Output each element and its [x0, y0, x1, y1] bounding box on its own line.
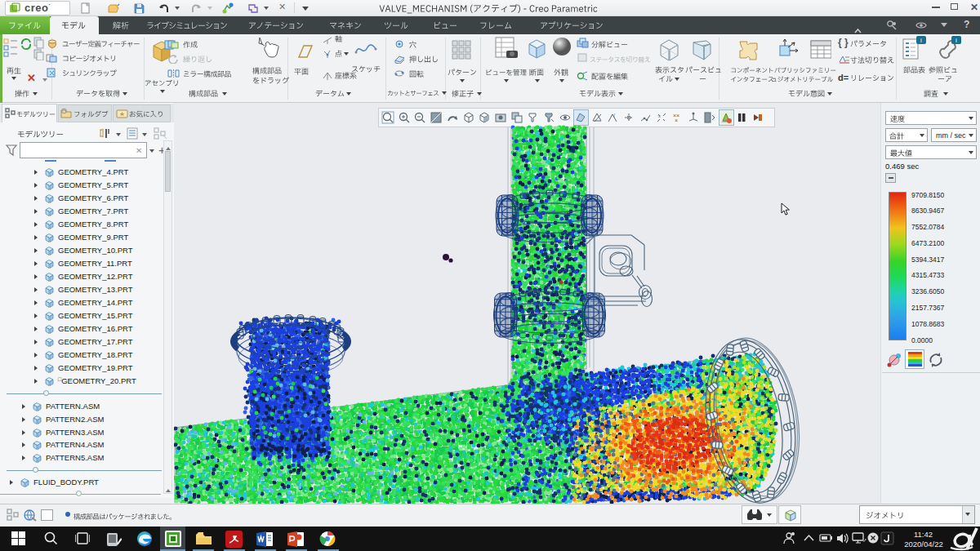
svg-text:i: i	[920, 37, 922, 44]
svg-text:i: i	[956, 37, 957, 44]
